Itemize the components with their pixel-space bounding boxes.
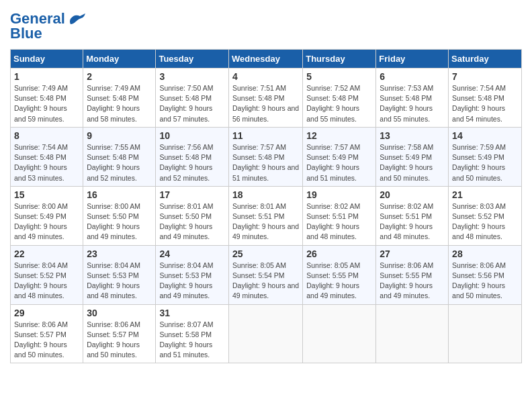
calendar-cell: 31 Sunrise: 8:07 AM Sunset: 5:58 PM Dayl… <box>156 304 229 363</box>
day-info: Sunrise: 8:04 AM Sunset: 5:53 PM Dayligh… <box>159 261 225 302</box>
calendar-cell: 25 Sunrise: 8:05 AM Sunset: 5:54 PM Dayl… <box>228 245 302 304</box>
calendar-cell: 26 Sunrise: 8:05 AM Sunset: 5:55 PM Dayl… <box>303 245 376 304</box>
day-number: 14 <box>452 130 518 141</box>
day-info: Sunrise: 7:58 AM Sunset: 5:49 PM Dayligh… <box>380 142 445 183</box>
day-info: Sunrise: 7:54 AM Sunset: 5:48 PM Dayligh… <box>452 83 518 124</box>
calendar-cell: 14 Sunrise: 7:59 AM Sunset: 5:49 PM Dayl… <box>449 127 522 186</box>
calendar-cell: 20 Sunrise: 8:02 AM Sunset: 5:51 PM Dayl… <box>376 186 449 245</box>
day-number: 25 <box>232 248 299 259</box>
day-info: Sunrise: 8:01 AM Sunset: 5:50 PM Dayligh… <box>159 201 225 242</box>
day-info: Sunrise: 8:00 AM Sunset: 5:49 PM Dayligh… <box>14 201 79 242</box>
logo: General Blue <box>10 10 87 42</box>
calendar-cell: 7 Sunrise: 7:54 AM Sunset: 5:48 PM Dayli… <box>449 68 522 128</box>
calendar-cell: 10 Sunrise: 7:56 AM Sunset: 5:48 PM Dayl… <box>156 127 229 186</box>
day-number: 11 <box>232 130 299 141</box>
day-info: Sunrise: 7:57 AM Sunset: 5:48 PM Dayligh… <box>232 142 299 183</box>
day-number: 26 <box>306 248 372 259</box>
day-info: Sunrise: 8:00 AM Sunset: 5:50 PM Dayligh… <box>87 201 152 242</box>
page-header: General Blue <box>10 10 522 42</box>
calendar-cell: 29 Sunrise: 8:06 AM Sunset: 5:57 PM Dayl… <box>11 304 83 363</box>
day-info: Sunrise: 7:52 AM Sunset: 5:48 PM Dayligh… <box>306 83 372 124</box>
day-number: 21 <box>452 189 518 200</box>
calendar-cell: 13 Sunrise: 7:58 AM Sunset: 5:49 PM Dayl… <box>376 127 449 186</box>
calendar-table: SundayMondayTuesdayWednesdayThursdayFrid… <box>10 49 522 363</box>
calendar-cell: 5 Sunrise: 7:52 AM Sunset: 5:48 PM Dayli… <box>303 68 376 128</box>
calendar-cell: 22 Sunrise: 8:04 AM Sunset: 5:52 PM Dayl… <box>11 245 83 304</box>
day-info: Sunrise: 8:06 AM Sunset: 5:55 PM Dayligh… <box>380 261 445 302</box>
calendar-cell <box>449 304 522 363</box>
day-info: Sunrise: 7:56 AM Sunset: 5:48 PM Dayligh… <box>159 142 225 183</box>
weekday-header-saturday: Saturday <box>449 50 522 68</box>
calendar-cell: 24 Sunrise: 8:04 AM Sunset: 5:53 PM Dayl… <box>156 245 229 304</box>
day-number: 18 <box>232 189 299 200</box>
calendar-cell: 16 Sunrise: 8:00 AM Sunset: 5:50 PM Dayl… <box>83 186 156 245</box>
calendar-cell: 17 Sunrise: 8:01 AM Sunset: 5:50 PM Dayl… <box>156 186 229 245</box>
day-number: 20 <box>380 189 445 200</box>
day-number: 5 <box>306 71 372 82</box>
logo-blue-text: Blue <box>10 25 42 42</box>
day-info: Sunrise: 8:06 AM Sunset: 5:57 PM Dayligh… <box>87 320 152 361</box>
calendar-week-row: 15 Sunrise: 8:00 AM Sunset: 5:49 PM Dayl… <box>11 186 522 245</box>
calendar-cell: 6 Sunrise: 7:53 AM Sunset: 5:48 PM Dayli… <box>376 68 449 128</box>
day-info: Sunrise: 8:02 AM Sunset: 5:51 PM Dayligh… <box>306 201 372 242</box>
day-number: 12 <box>306 130 372 141</box>
calendar-cell: 1 Sunrise: 7:49 AM Sunset: 5:48 PM Dayli… <box>11 68 83 128</box>
day-info: Sunrise: 7:49 AM Sunset: 5:48 PM Dayligh… <box>87 83 152 124</box>
day-number: 24 <box>159 248 225 259</box>
calendar-cell: 21 Sunrise: 8:03 AM Sunset: 5:52 PM Dayl… <box>449 186 522 245</box>
weekday-header-tuesday: Tuesday <box>156 50 229 68</box>
weekday-header-wednesday: Wednesday <box>228 50 302 68</box>
day-number: 8 <box>14 130 79 141</box>
day-number: 23 <box>87 248 152 259</box>
day-number: 29 <box>14 308 79 318</box>
day-number: 30 <box>87 308 152 318</box>
weekday-header-sunday: Sunday <box>11 50 83 68</box>
day-info: Sunrise: 8:06 AM Sunset: 5:56 PM Dayligh… <box>452 261 518 302</box>
weekday-header-monday: Monday <box>83 50 156 68</box>
day-number: 6 <box>380 71 445 82</box>
day-number: 2 <box>87 71 152 82</box>
day-info: Sunrise: 8:04 AM Sunset: 5:53 PM Dayligh… <box>87 261 152 302</box>
day-number: 3 <box>159 71 225 82</box>
day-info: Sunrise: 7:55 AM Sunset: 5:48 PM Dayligh… <box>87 142 152 183</box>
calendar-cell: 19 Sunrise: 8:02 AM Sunset: 5:51 PM Dayl… <box>303 186 376 245</box>
calendar-week-row: 22 Sunrise: 8:04 AM Sunset: 5:52 PM Dayl… <box>11 245 522 304</box>
calendar-cell: 2 Sunrise: 7:49 AM Sunset: 5:48 PM Dayli… <box>83 68 156 128</box>
calendar-cell <box>228 304 302 363</box>
day-number: 4 <box>232 71 299 82</box>
day-number: 22 <box>14 248 79 259</box>
day-number: 31 <box>159 308 225 318</box>
calendar-cell: 23 Sunrise: 8:04 AM Sunset: 5:53 PM Dayl… <box>83 245 156 304</box>
calendar-cell: 12 Sunrise: 7:57 AM Sunset: 5:49 PM Dayl… <box>303 127 376 186</box>
day-info: Sunrise: 7:57 AM Sunset: 5:49 PM Dayligh… <box>306 142 372 183</box>
day-info: Sunrise: 8:05 AM Sunset: 5:54 PM Dayligh… <box>232 261 299 302</box>
calendar-cell: 18 Sunrise: 8:01 AM Sunset: 5:51 PM Dayl… <box>228 186 302 245</box>
day-info: Sunrise: 7:59 AM Sunset: 5:49 PM Dayligh… <box>452 142 518 183</box>
day-info: Sunrise: 8:04 AM Sunset: 5:52 PM Dayligh… <box>14 261 79 302</box>
day-info: Sunrise: 8:07 AM Sunset: 5:58 PM Dayligh… <box>159 320 225 361</box>
day-info: Sunrise: 8:01 AM Sunset: 5:51 PM Dayligh… <box>232 201 299 242</box>
day-number: 1 <box>14 71 79 82</box>
calendar-cell: 30 Sunrise: 8:06 AM Sunset: 5:57 PM Dayl… <box>83 304 156 363</box>
day-info: Sunrise: 7:53 AM Sunset: 5:48 PM Dayligh… <box>380 83 445 124</box>
day-number: 17 <box>159 189 225 200</box>
day-number: 28 <box>452 248 518 259</box>
calendar-cell: 28 Sunrise: 8:06 AM Sunset: 5:56 PM Dayl… <box>449 245 522 304</box>
day-number: 7 <box>452 71 518 82</box>
day-info: Sunrise: 7:49 AM Sunset: 5:48 PM Dayligh… <box>14 83 79 124</box>
logo-bird-icon <box>68 12 87 26</box>
day-info: Sunrise: 7:54 AM Sunset: 5:48 PM Dayligh… <box>14 142 79 183</box>
calendar-cell <box>303 304 376 363</box>
day-info: Sunrise: 7:51 AM Sunset: 5:48 PM Dayligh… <box>232 83 299 124</box>
day-info: Sunrise: 8:05 AM Sunset: 5:55 PM Dayligh… <box>306 261 372 302</box>
calendar-cell: 27 Sunrise: 8:06 AM Sunset: 5:55 PM Dayl… <box>376 245 449 304</box>
day-number: 9 <box>87 130 152 141</box>
calendar-cell: 4 Sunrise: 7:51 AM Sunset: 5:48 PM Dayli… <box>228 68 302 128</box>
day-number: 13 <box>380 130 445 141</box>
day-number: 16 <box>87 189 152 200</box>
calendar-week-row: 8 Sunrise: 7:54 AM Sunset: 5:48 PM Dayli… <box>11 127 522 186</box>
day-number: 19 <box>306 189 372 200</box>
calendar-week-row: 1 Sunrise: 7:49 AM Sunset: 5:48 PM Dayli… <box>11 68 522 128</box>
calendar-week-row: 29 Sunrise: 8:06 AM Sunset: 5:57 PM Dayl… <box>11 304 522 363</box>
weekday-header-thursday: Thursday <box>303 50 376 68</box>
